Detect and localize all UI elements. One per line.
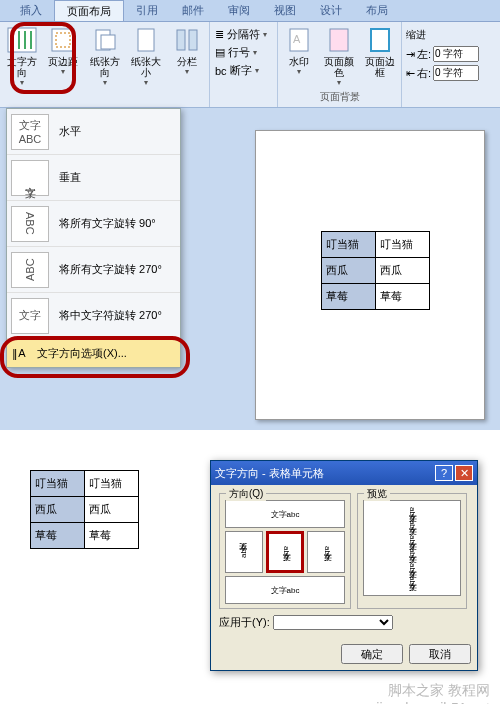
cell-r1c1[interactable]: 叮当猫 bbox=[322, 232, 376, 258]
svg-rect-9 bbox=[138, 29, 154, 51]
dialog-title: 文字方向 - 表格单元格 bbox=[215, 466, 324, 481]
tab-mail[interactable]: 邮件 bbox=[170, 0, 216, 21]
dd-cjk-270[interactable]: 文字将中文字符旋转 270° bbox=[7, 293, 180, 339]
indent-right-input[interactable] bbox=[433, 65, 479, 81]
chevron-down-icon: ▾ bbox=[20, 78, 24, 87]
page-border-button[interactable]: 页面边框 bbox=[361, 24, 399, 80]
page-border-icon bbox=[364, 26, 396, 54]
indent-left-icon: ⇥ bbox=[406, 48, 415, 61]
cell-r3c1[interactable]: 草莓 bbox=[322, 284, 376, 310]
thumb-horizontal-icon: 文字ABC bbox=[11, 114, 49, 150]
dd-rotate-90[interactable]: ABC将所有文字旋转 90° bbox=[7, 201, 180, 247]
dialog-help-button[interactable]: ? bbox=[435, 465, 453, 481]
svg-rect-15 bbox=[371, 29, 389, 51]
ok-button[interactable]: 确定 bbox=[341, 644, 403, 664]
text-direction-dialog: 文字方向 - 表格单元格 ? ✕ 方向(Q) 文字abc 文字abc 文字abc… bbox=[210, 460, 478, 671]
tab-references[interactable]: 引用 bbox=[124, 0, 170, 21]
hyphen-icon: bc bbox=[215, 65, 227, 77]
cell-r1c2[interactable]: 叮当猫 bbox=[376, 232, 430, 258]
cell-r2c1[interactable]: 西瓜 bbox=[322, 258, 376, 284]
apply-to-select[interactable] bbox=[273, 615, 393, 630]
text-direction-icon bbox=[6, 26, 38, 54]
apply-to-row: 应用于(Y): bbox=[219, 615, 469, 630]
tab-design[interactable]: 设计 bbox=[308, 0, 354, 21]
page-color-button[interactable]: 页面颜色▾ bbox=[320, 24, 358, 89]
indent-right: ⇤右: bbox=[406, 65, 494, 81]
watermark-icon: A bbox=[283, 26, 315, 54]
dd-options[interactable]: ‖A文字方向选项(X)... bbox=[7, 339, 180, 367]
cell-r2c2[interactable]: 西瓜 bbox=[376, 258, 430, 284]
tab-view[interactable]: 视图 bbox=[262, 0, 308, 21]
cell-r3c2[interactable]: 草莓 bbox=[376, 284, 430, 310]
svg-rect-5 bbox=[52, 29, 74, 51]
orient-horizontal-2[interactable]: 文字abc bbox=[225, 576, 345, 604]
breaks-icon: ≣ bbox=[215, 28, 224, 41]
svg-rect-10 bbox=[177, 30, 185, 50]
svg-rect-11 bbox=[189, 30, 197, 50]
cell2-r3c2[interactable]: 草莓 bbox=[85, 523, 139, 549]
text-direction-dropdown: 文字ABC水平 文字垂直 ABC将所有文字旋转 90° ABC将所有文字旋转 2… bbox=[6, 108, 181, 368]
indent-right-icon: ⇤ bbox=[406, 67, 415, 80]
indent-left-input[interactable] bbox=[433, 46, 479, 62]
line-numbers-button[interactable]: ▤行号▾ bbox=[215, 45, 257, 60]
dd-vertical[interactable]: 文字垂直 bbox=[7, 155, 180, 201]
watermark-text: 脚本之家 教程网 jiaocheng.jb51.net bbox=[376, 682, 490, 704]
thumb-cjk270-icon: 文字 bbox=[11, 298, 49, 334]
preview-box: 文字abc文字abc 文字abc文字abc 文字abc文字abc bbox=[363, 500, 461, 596]
tab-layout[interactable]: 布局 bbox=[354, 0, 400, 21]
thumb-rot90-icon: ABC bbox=[11, 206, 49, 242]
tab-pagelayout[interactable]: 页面布局 bbox=[54, 0, 124, 21]
thumb-rot270-icon: ABC bbox=[11, 252, 49, 288]
preview-fieldset: 预览 文字abc文字abc 文字abc文字abc 文字abc文字abc bbox=[357, 493, 467, 609]
columns-button[interactable]: 分栏▾ bbox=[168, 24, 207, 78]
direction-legend: 方向(Q) bbox=[226, 487, 266, 501]
dd-rotate-270[interactable]: ABC将所有文字旋转 270° bbox=[7, 247, 180, 293]
indent-label: 缩进 bbox=[406, 28, 494, 42]
tab-insert[interactable]: 插入 bbox=[8, 0, 54, 21]
orient-tb2[interactable]: 文字abc bbox=[307, 531, 345, 573]
doc-table-2[interactable]: 叮当猫叮当猫 西瓜西瓜 草莓草莓 bbox=[30, 470, 139, 549]
doc-table[interactable]: 叮当猫叮当猫 西瓜西瓜 草莓草莓 bbox=[321, 231, 430, 310]
watermark-button[interactable]: A水印▾ bbox=[280, 24, 318, 78]
margins-icon bbox=[47, 26, 79, 54]
svg-rect-8 bbox=[101, 35, 115, 49]
orient-horizontal[interactable]: 文字abc bbox=[225, 500, 345, 528]
margins-button[interactable]: 页边距▾ bbox=[43, 24, 82, 78]
group-label-bg: 页面背景 bbox=[280, 89, 399, 105]
options-icon: ‖A bbox=[7, 347, 31, 360]
ribbon-tabs: 插入 页面布局 引用 邮件 审阅 视图 设计 布局 bbox=[0, 0, 500, 22]
linenum-icon: ▤ bbox=[215, 46, 225, 59]
cell2-r1c1[interactable]: 叮当猫 bbox=[31, 471, 85, 497]
cell2-r2c1[interactable]: 西瓜 bbox=[31, 497, 85, 523]
page-color-icon bbox=[323, 26, 355, 54]
cell2-r3c1[interactable]: 草莓 bbox=[31, 523, 85, 549]
orient-bt[interactable]: 文字abc bbox=[225, 531, 263, 573]
ribbon: 文字方向 ▾ 页边距▾ 纸张方向▾ 纸张大小▾ 分栏▾ bbox=[0, 22, 500, 108]
hyphen-button[interactable]: bc断字▾ bbox=[215, 63, 259, 78]
size-button[interactable]: 纸张大小▾ bbox=[126, 24, 165, 89]
thumb-vertical-icon: 文字 bbox=[11, 160, 49, 196]
direction-fieldset: 方向(Q) 文字abc 文字abc 文字abc 文字abc 文字abc bbox=[219, 493, 351, 609]
svg-text:A: A bbox=[293, 33, 301, 45]
svg-rect-14 bbox=[330, 29, 348, 51]
text-direction-button[interactable]: 文字方向 ▾ bbox=[2, 24, 41, 89]
orient-tb-selected[interactable]: 文字abc bbox=[266, 531, 304, 573]
preview-legend: 预览 bbox=[364, 487, 390, 501]
cancel-button[interactable]: 取消 bbox=[409, 644, 471, 664]
dd-horizontal[interactable]: 文字ABC水平 bbox=[7, 109, 180, 155]
cell2-r1c2[interactable]: 叮当猫 bbox=[85, 471, 139, 497]
document-page: 叮当猫叮当猫 西瓜西瓜 草莓草莓 bbox=[255, 130, 485, 420]
tab-review[interactable]: 审阅 bbox=[216, 0, 262, 21]
dialog-close-button[interactable]: ✕ bbox=[455, 465, 473, 481]
orientation-icon bbox=[89, 26, 121, 54]
breaks-button[interactable]: ≣分隔符▾ bbox=[215, 27, 267, 42]
columns-icon bbox=[171, 26, 203, 54]
cell2-r2c2[interactable]: 西瓜 bbox=[85, 497, 139, 523]
size-icon bbox=[130, 26, 162, 54]
indent-left: ⇥左: bbox=[406, 46, 494, 62]
dialog-titlebar[interactable]: 文字方向 - 表格单元格 ? ✕ bbox=[211, 461, 477, 485]
orientation-button[interactable]: 纸张方向▾ bbox=[85, 24, 124, 89]
